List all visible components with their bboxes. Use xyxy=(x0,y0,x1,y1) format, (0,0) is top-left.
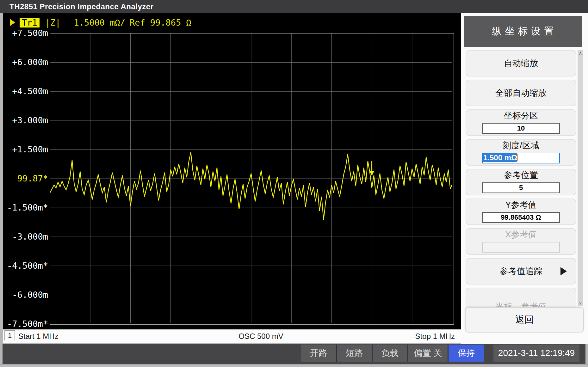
back-button[interactable]: 返回 xyxy=(465,307,584,333)
trace-chart xyxy=(50,34,452,323)
menu-item-input[interactable]: 1.500 mΩ xyxy=(482,153,560,163)
menu-item-button[interactable]: 自动缩放 xyxy=(466,50,576,76)
y-axis-label: -3.000m xyxy=(6,232,48,242)
sweep-stop-label: Stop 1 MHz xyxy=(415,332,455,341)
plot-area[interactable] xyxy=(50,33,454,325)
scroll-up-icon[interactable]: ∧ xyxy=(578,51,583,56)
y-axis-label: -4.500m* xyxy=(6,261,48,271)
trace-ref-label: Ref xyxy=(130,18,145,28)
y-axis-label: -1.500m* xyxy=(6,203,48,213)
menu-item-field[interactable]: 刻度/区域1.500 mΩ xyxy=(466,139,576,166)
status-buttons: 开路短路负载偏置 关保持 xyxy=(301,345,484,362)
menu-item-button[interactable]: 参考值追踪 xyxy=(466,258,576,284)
submenu-arrow-icon xyxy=(560,267,567,275)
title-bar: TH2851 Precision Impedance Analyzer xyxy=(0,0,588,13)
y-axis-label: +1.500m xyxy=(6,144,48,155)
status-button[interactable]: 偏置 关 xyxy=(408,345,448,362)
scrollbar[interactable]: ∧ ∨ xyxy=(578,50,583,306)
menu-item-input[interactable]: 10 xyxy=(482,123,560,134)
menu-item-label: Y参考值 xyxy=(505,199,536,211)
menu-item-field[interactable]: 坐标分区10 xyxy=(466,109,576,136)
channel-indicator[interactable]: 1 xyxy=(4,330,15,340)
active-trace-arrow-icon xyxy=(10,19,15,26)
menu-item-field: X参考值 xyxy=(466,228,576,255)
trace-scale-value: 1.5000 xyxy=(74,18,105,28)
menu-item-label: 刻度/区域 xyxy=(503,140,539,151)
menu-item-label: 参考位置 xyxy=(504,169,538,181)
trace-scale-unit: mΩ/ xyxy=(110,18,125,28)
sweep-info-bar: 1 Start 1 MHz OSC 500 mV Stop 1 MHz xyxy=(3,329,461,343)
y-axis-label: +7.500m xyxy=(6,28,48,38)
text-caret xyxy=(517,154,518,161)
menu-item-input[interactable] xyxy=(482,242,560,253)
y-axis-label: +6.000m xyxy=(6,57,48,67)
y-axis-label: -7.500m* xyxy=(6,319,48,329)
y-axis-label: 99.87* xyxy=(6,174,48,184)
app-title: TH2851 Precision Impedance Analyzer xyxy=(9,2,153,11)
menu-item-button[interactable]: 全部自动缩放 xyxy=(466,80,576,106)
status-button[interactable]: 保持 xyxy=(449,345,484,362)
trace-info-bar: Tr1 |Z| 1.5000 mΩ/ Ref 99.865 Ω xyxy=(10,17,191,28)
trace-parameter: |Z| xyxy=(45,18,61,28)
menu-item-input[interactable]: 99.865403 Ω xyxy=(482,212,560,223)
status-button[interactable]: 开路 xyxy=(301,345,336,362)
app-window: TH2851 Precision Impedance Analyzer Tr1 … xyxy=(0,0,588,367)
menu-item-label: 参考值追踪 xyxy=(500,266,542,277)
status-button[interactable]: 短路 xyxy=(337,345,372,362)
selected-text: 1.500 mΩ xyxy=(483,153,517,162)
datetime-display: 2021-3-11 12:19:49 xyxy=(493,345,579,362)
marker-arrow-stem[interactable] xyxy=(371,161,372,172)
y-axis-label: +4.500m xyxy=(6,86,48,96)
trace-label[interactable]: Tr1 xyxy=(20,18,40,28)
status-button[interactable]: 负载 xyxy=(373,345,407,362)
menu-item-input[interactable]: 5 xyxy=(482,182,560,193)
osc-level-label: OSC 500 mV xyxy=(238,332,283,341)
menu-item-label: 全部自动缩放 xyxy=(495,87,547,99)
menu-item-label: 坐标分区 xyxy=(504,110,538,121)
y-axis-label: -6.000m xyxy=(6,290,48,300)
status-bar: 开路短路负载偏置 关保持 2021-3-11 12:19:49 xyxy=(3,344,585,364)
scroll-down-icon[interactable]: ∨ xyxy=(578,300,583,305)
measurement-screen: Tr1 |Z| 1.5000 mΩ/ Ref 99.865 Ω +7.500m+… xyxy=(3,13,461,329)
menu-item-label: X参考值 xyxy=(505,229,536,240)
menu-title: 纵坐标设置 xyxy=(464,16,582,47)
sweep-start-label: Start 1 MHz xyxy=(18,332,59,341)
menu-item-label: 自动缩放 xyxy=(504,58,538,69)
sidebar-menu: 纵坐标设置 自动缩放全部自动缩放坐标分区10刻度/区域1.500 mΩ参考位置5… xyxy=(461,13,588,344)
trace-ref-value: 99.865 Ω xyxy=(150,18,191,28)
y-axis-label: +3.000m xyxy=(6,115,48,125)
window-frame-bottom xyxy=(0,364,588,367)
menu-item-field[interactable]: 参考位置5 xyxy=(466,169,576,195)
menu-item-field[interactable]: Y参考值99.865403 Ω xyxy=(466,199,576,225)
